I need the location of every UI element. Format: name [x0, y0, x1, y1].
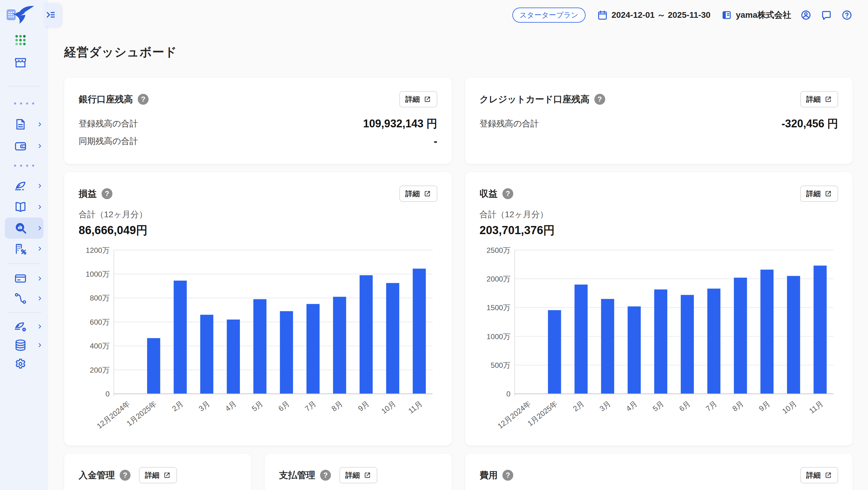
calendar-icon — [597, 10, 608, 21]
bank-balance-card: 銀行口座残高 ? 詳細 登録残高の合計 109,932,143 円 同期残高の合… — [64, 78, 452, 164]
sidebar-divider — [7, 86, 41, 87]
sidebar — [0, 0, 48, 490]
sidebar-item-master-data[interactable] — [5, 336, 43, 354]
external-link-icon — [824, 471, 832, 479]
fiscal-period-text: 2024-12-01 ～ 2025-11-30 — [612, 9, 710, 21]
route-icon — [14, 292, 27, 305]
svg-text:2500万: 2500万 — [487, 246, 510, 254]
svg-text:7月: 7月 — [704, 399, 718, 413]
balance-value: - — [434, 135, 437, 148]
plan-badge: スタータープラン — [513, 7, 586, 23]
balance-value: -320,456 円 — [781, 116, 838, 131]
help-badge-icon[interactable]: ? — [120, 470, 130, 481]
svg-text:5月: 5月 — [250, 399, 264, 413]
help-badge-icon[interactable]: ? — [502, 470, 513, 481]
svg-text:600万: 600万 — [90, 318, 110, 326]
sidebar-item-entry-settings[interactable] — [5, 317, 43, 336]
svg-text:1月2025年: 1月2025年 — [125, 399, 158, 428]
sidebar-item-manual-entry[interactable] — [5, 176, 43, 196]
sidebar-item-wallet[interactable] — [5, 136, 43, 156]
detail-button[interactable]: 詳細 — [399, 91, 437, 108]
account-icon[interactable] — [800, 9, 812, 21]
balance-value: 109,932,143 円 — [363, 116, 437, 131]
freee-logo-icon[interactable] — [6, 5, 35, 24]
total-label: 合計（12ヶ月分） — [79, 209, 437, 220]
balance-label: 同期残高の合計 — [79, 136, 138, 147]
svg-text:12月2024年: 12月2024年 — [95, 399, 131, 430]
svg-text:800万: 800万 — [90, 294, 110, 302]
total-value: 203,701,376円 — [479, 223, 838, 238]
chevron-right-icon — [37, 225, 43, 231]
card-title: 費用 — [479, 469, 498, 482]
help-badge-icon[interactable]: ? — [502, 188, 513, 199]
sidebar-item-ledger[interactable] — [5, 197, 43, 217]
main-content: スタータープラン 2024-12-01 ～ 2025-11-30 yama株式会… — [48, 0, 868, 490]
svg-text:3月: 3月 — [598, 399, 612, 413]
company-icon — [721, 10, 732, 21]
page-title: 経営ダッシュボード — [64, 44, 852, 60]
wallet-icon — [14, 139, 27, 153]
chevron-right-icon — [37, 204, 43, 210]
sidebar-item-store[interactable] — [5, 53, 43, 73]
help-badge-icon[interactable]: ? — [594, 94, 605, 105]
app-grid-icon — [14, 33, 27, 47]
svg-text:2000万: 2000万 — [487, 275, 510, 283]
sidebar-item-settings[interactable] — [5, 354, 43, 373]
help-badge-icon[interactable]: ? — [138, 94, 149, 105]
balance-label: 登録残高の合計 — [79, 118, 138, 129]
external-link-icon — [163, 471, 171, 479]
detail-button[interactable]: 詳細 — [800, 467, 838, 483]
card-title: 銀行口座残高 — [79, 93, 133, 106]
sidebar-section-dots — [0, 95, 48, 112]
svg-text:4月: 4月 — [624, 399, 639, 413]
svg-text:10月: 10月 — [781, 399, 798, 415]
svg-text:1000万: 1000万 — [86, 270, 110, 278]
help-badge-icon[interactable]: ? — [320, 470, 331, 481]
top-bar: スタータープラン 2024-12-01 ～ 2025-11-30 yama株式会… — [64, 0, 852, 30]
svg-text:8月: 8月 — [731, 399, 745, 413]
sidebar-item-workflow[interactable] — [5, 288, 43, 308]
chevron-right-icon — [37, 121, 43, 127]
sidebar-item-cards[interactable] — [5, 268, 43, 288]
external-link-icon — [824, 190, 832, 198]
detail-button-label: 詳細 — [806, 94, 821, 104]
svg-text:1月2025年: 1月2025年 — [526, 399, 559, 428]
sidebar-expand-icon — [45, 9, 56, 20]
card-title: 支払管理 — [279, 469, 315, 482]
sidebar-section-dots — [0, 157, 48, 174]
sidebar-item-documents[interactable] — [5, 114, 43, 134]
sidebar-divider — [7, 263, 41, 264]
detail-button-label: 詳細 — [405, 189, 420, 199]
svg-text:2月: 2月 — [170, 399, 185, 413]
svg-text:6月: 6月 — [277, 399, 291, 413]
detail-button[interactable]: 詳細 — [399, 185, 437, 202]
svg-text:1200万: 1200万 — [86, 246, 110, 254]
external-link-icon — [824, 95, 832, 103]
fiscal-period-selector[interactable]: 2024-12-01 ～ 2025-11-30 — [597, 9, 710, 21]
svg-text:500万: 500万 — [491, 361, 510, 369]
detail-button[interactable]: 詳細 — [800, 185, 838, 202]
sidebar-expand-button[interactable] — [44, 3, 61, 27]
company-switcher[interactable]: yama株式会社 — [721, 9, 791, 21]
external-link-icon — [364, 471, 371, 479]
sidebar-item-analytics-active[interactable] — [5, 218, 43, 239]
detail-button[interactable]: 詳細 — [339, 467, 377, 483]
profit-loss-bar-chart: 0200万400万600万800万1000万1200万12月2024年1月202… — [79, 245, 437, 436]
chevron-right-icon — [37, 143, 43, 149]
card-title: 収益 — [479, 188, 498, 200]
svg-text:1000万: 1000万 — [487, 333, 510, 341]
credit-card-balance-card: クレジットカード口座残高 ? 詳細 登録残高の合計 -320,456 円 — [465, 78, 852, 164]
chat-icon[interactable] — [821, 9, 832, 21]
revenue-bar-chart: 0500万1000万1500万2000万2500万12月2024年1月2025年… — [479, 245, 838, 436]
sidebar-item-tax[interactable] — [5, 239, 43, 259]
help-icon[interactable] — [841, 9, 852, 21]
detail-button[interactable]: 詳細 — [800, 91, 838, 108]
chevron-right-icon — [37, 183, 43, 189]
quill-gear-icon — [14, 320, 27, 333]
gear-icon — [14, 357, 27, 371]
sidebar-item-app-launcher[interactable] — [5, 30, 43, 50]
dashboard-grid: 銀行口座残高 ? 詳細 登録残高の合計 109,932,143 円 同期残高の合… — [64, 78, 852, 490]
svg-text:12月2024年: 12月2024年 — [496, 399, 532, 430]
help-badge-icon[interactable]: ? — [101, 188, 113, 199]
detail-button[interactable]: 詳細 — [139, 467, 177, 483]
